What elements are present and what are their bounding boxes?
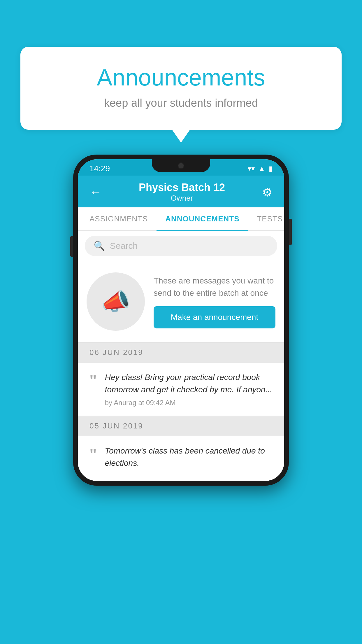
message-item-1[interactable]: " Hey class! Bring your practical record… xyxy=(78,363,284,416)
prompt-description: These are messages you want to send to t… xyxy=(154,275,275,299)
back-button[interactable]: ← xyxy=(89,185,102,199)
status-icons: ▾▾ ▲ ▮ xyxy=(248,164,273,173)
tab-announcements[interactable]: ANNOUNCEMENTS xyxy=(157,207,248,230)
camera-notch xyxy=(178,162,184,169)
message-content-1: Hey class! Bring your practical record b… xyxy=(105,371,273,407)
settings-icon[interactable]: ⚙ xyxy=(262,186,273,199)
megaphone-icon: 📣 xyxy=(101,288,130,315)
tab-assignments[interactable]: ASSIGNMENTS xyxy=(81,207,157,230)
quote-icon-2: " xyxy=(89,447,97,462)
phone-inner: 14:29 ▾▾ ▲ ▮ ← Physics Batch 12 Owner ⚙ xyxy=(78,159,284,481)
prompt-right: These are messages you want to send to t… xyxy=(154,275,275,328)
intro-section: Announcements keep all your students inf… xyxy=(20,47,342,130)
content-area: 🔍 Search 📣 These are messages you want t… xyxy=(78,231,284,481)
megaphone-circle: 📣 xyxy=(87,272,145,331)
message-text-1: Hey class! Bring your practical record b… xyxy=(105,371,273,396)
message-item-2[interactable]: " Tomorrow's class has been cancelled du… xyxy=(78,436,284,481)
message-meta-1: by Anurag at 09:42 AM xyxy=(105,399,273,407)
battery-icon: ▮ xyxy=(269,164,273,173)
date-separator-1: 06 JUN 2019 xyxy=(78,342,284,363)
message-text-2: Tomorrow's class has been cancelled due … xyxy=(105,445,273,469)
search-icon: 🔍 xyxy=(94,240,105,251)
status-time: 14:29 xyxy=(89,164,110,173)
owner-label: Owner xyxy=(139,194,225,203)
header-center: Physics Batch 12 Owner xyxy=(139,181,225,203)
date-separator-2: 05 JUN 2019 xyxy=(78,416,284,436)
tabs-bar: ASSIGNMENTS ANNOUNCEMENTS TESTS › xyxy=(78,207,284,231)
app-header: ← Physics Batch 12 Owner ⚙ xyxy=(78,176,284,207)
wifi-icon: ▾▾ xyxy=(248,164,255,173)
bubble-subtitle: keep all your students informed xyxy=(44,97,318,109)
tab-tests[interactable]: TESTS xyxy=(248,207,284,230)
quote-icon-1: " xyxy=(89,373,97,388)
search-container: 🔍 Search xyxy=(78,231,284,261)
announcement-prompt: 📣 These are messages you want to send to… xyxy=(78,261,284,342)
search-bar[interactable]: 🔍 Search xyxy=(85,236,277,256)
search-placeholder: Search xyxy=(110,241,138,251)
signal-icon: ▲ xyxy=(258,164,265,173)
message-content-2: Tomorrow's class has been cancelled due … xyxy=(105,445,273,472)
bubble-title: Announcements xyxy=(44,64,318,91)
phone-outer: 14:29 ▾▾ ▲ ▮ ← Physics Batch 12 Owner ⚙ xyxy=(73,155,289,486)
speech-bubble: Announcements keep all your students inf… xyxy=(20,47,342,130)
phone-mockup: 14:29 ▾▾ ▲ ▮ ← Physics Batch 12 Owner ⚙ xyxy=(73,155,289,486)
phone-notch xyxy=(152,159,210,172)
make-announcement-button[interactable]: Make an announcement xyxy=(154,306,275,328)
batch-title: Physics Batch 12 xyxy=(139,181,225,194)
